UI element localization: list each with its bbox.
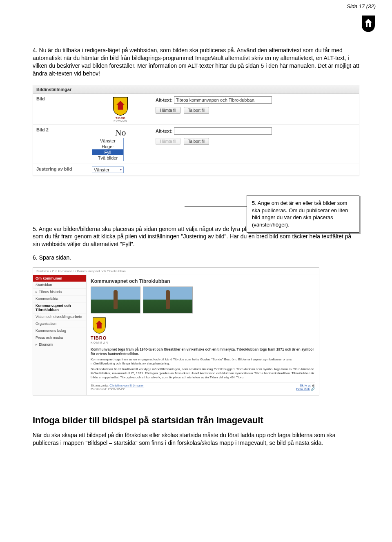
svg-rect-0 bbox=[368, 23, 369, 27]
sidebar-item-organisation[interactable]: Organisation bbox=[33, 320, 86, 327]
position-dropdown-open[interactable]: Vänster Höger Fyll Två bilder bbox=[92, 138, 124, 161]
tibro-sublabel: KOMMUN bbox=[92, 120, 149, 122]
sidebar-header: Om kommunen bbox=[33, 275, 86, 282]
tibro-label: TIBRO bbox=[92, 117, 149, 120]
alt-text-input-2[interactable] bbox=[174, 127, 272, 135]
paragraph-intro: 4. Nu är du tillbaka i redigera-läget på… bbox=[33, 47, 359, 78]
sidebar-item-kommunvapnet[interactable]: Kommunvapnet och Tibroklubban bbox=[33, 302, 86, 313]
webpage-preview: Startsida / Om kommunen / Kommunvapnet o… bbox=[33, 267, 319, 395]
remove-file-button-2[interactable]: Ta bort fil bbox=[184, 138, 209, 145]
option-fyll[interactable]: Fyll bbox=[92, 149, 123, 155]
option-tva-bilder[interactable]: Två bilder bbox=[92, 155, 123, 161]
callout-box: 5. Ange om det är en eller två bilder so… bbox=[247, 195, 359, 233]
sidebar-item-label: Tibros historia bbox=[39, 290, 62, 294]
option-hoger[interactable]: Höger bbox=[92, 144, 123, 149]
remove-file-button[interactable]: Ta bort fil bbox=[184, 107, 209, 114]
no-image-placeholder: No bbox=[92, 127, 149, 138]
sidebar: Om kommunen Startsidan ▸Tibros historia … bbox=[33, 275, 87, 395]
preview-photo-2 bbox=[143, 287, 193, 313]
fetch-file-button-2[interactable]: Hämta fil bbox=[156, 138, 180, 145]
expand-icon: ▸ bbox=[36, 342, 38, 347]
preview-title: Kommunvapnet och Tibroklubban bbox=[91, 278, 315, 284]
fetch-file-button[interactable]: Hämta fil bbox=[156, 107, 180, 114]
alt-text-label: Alt-text: bbox=[156, 98, 173, 102]
preview-photo-1 bbox=[91, 287, 140, 313]
paragraph-step6: 6. Spara sidan. bbox=[33, 254, 359, 262]
breadcrumb: Startsida / Om kommunen / Kommunvapnet o… bbox=[33, 268, 319, 275]
sidebar-item-kommunfakta[interactable]: Kommunfakta bbox=[33, 295, 86, 302]
resp-link[interactable]: Christina von Brömssen bbox=[109, 384, 144, 387]
preview-caption: Kommunvapnet togs fram på 1940-talet och… bbox=[91, 347, 315, 356]
row-label-bild: Bild bbox=[33, 94, 89, 125]
row-label-justering: Justering av bild bbox=[33, 164, 89, 175]
preview-para2: Snickarklubban är ett traditionellt verk… bbox=[91, 367, 315, 380]
alt-text-label-2: Alt-text: bbox=[156, 129, 173, 133]
share-link[interactable]: Dela länk bbox=[296, 387, 310, 391]
option-vanster[interactable]: Vänster bbox=[92, 138, 123, 144]
tibro-subwordmark: KOMMUN bbox=[91, 341, 109, 344]
sidebar-item-label: Ekonomi bbox=[39, 342, 53, 347]
row-label-bild2: Bild 2 bbox=[33, 124, 89, 164]
preview-main: Kommunvapnet och Tibroklubban TIBRO KOMM… bbox=[87, 275, 319, 395]
thumb-crest-icon bbox=[111, 96, 130, 116]
tibro-crest-icon bbox=[91, 317, 108, 335]
resp-label: Sidansvarig: bbox=[91, 384, 109, 387]
expand-icon: ▸ bbox=[36, 290, 38, 294]
preview-para1: Kommunvapnet togs fram av en engagerad o… bbox=[91, 358, 315, 366]
tibro-wordmark: TIBRO bbox=[91, 335, 107, 340]
justering-value: Vänster bbox=[94, 167, 109, 172]
page-crest-icon bbox=[361, 15, 376, 33]
sidebar-item-historia[interactable]: ▸Tibros historia bbox=[33, 289, 86, 295]
justering-select[interactable]: Vänster▾ bbox=[92, 167, 124, 173]
pub-date: 2009-12-22 bbox=[108, 387, 125, 391]
page-number: Sida 17 (32) bbox=[347, 3, 376, 9]
paragraph-bildspel: När du ska skapa ett bildspel på din för… bbox=[33, 431, 359, 447]
image-settings-panel: Bildinställningar Bild TIBRO KOMMUN Alt-… bbox=[33, 85, 359, 176]
chevron-down-icon: ▾ bbox=[120, 168, 122, 171]
sidebar-item-press[interactable]: Press och media bbox=[33, 334, 86, 341]
panel-header: Bildinställningar bbox=[33, 85, 359, 94]
section-heading: Infoga bilder till bildspel på startsida… bbox=[33, 415, 359, 426]
sidebar-item-bolag[interactable]: Kommunens bolag bbox=[33, 327, 86, 334]
sidebar-item-vision[interactable]: Vision och utvecklingsarbete bbox=[33, 313, 86, 320]
pub-label: Publicerad: bbox=[91, 387, 107, 391]
alt-text-input[interactable]: Tibros kommunvapen och Tibroklubban. bbox=[174, 96, 272, 104]
sidebar-item-ekonomi[interactable]: ▸Ekonomi bbox=[33, 341, 86, 348]
sidebar-item-startsidan[interactable]: Startsidan bbox=[33, 282, 86, 289]
